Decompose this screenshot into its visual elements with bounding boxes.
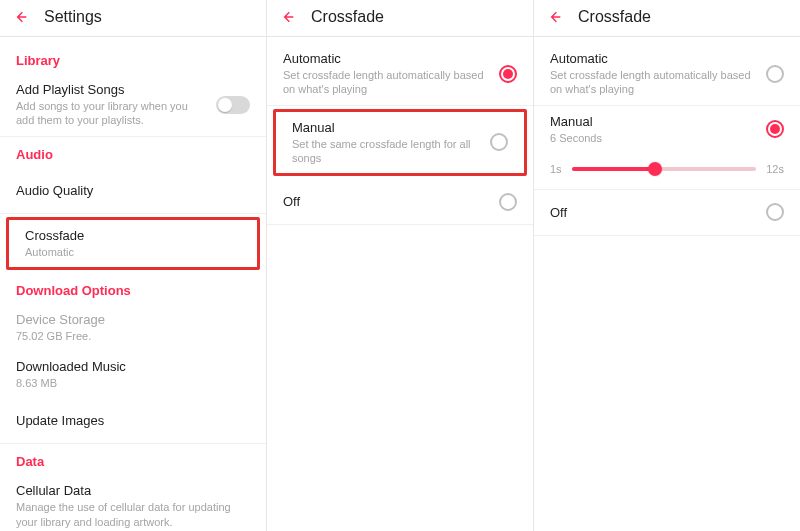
section-library: Library	[0, 43, 266, 74]
cellular-data-sub: Manage the use of cellular data for upda…	[16, 500, 242, 529]
downloaded-music-row[interactable]: Downloaded Music 8.63 MB	[0, 351, 266, 398]
add-playlist-title: Add Playlist Songs	[16, 82, 208, 97]
crossfade-automatic-row[interactable]: Automatic Set crossfade length automatic…	[267, 43, 533, 106]
update-images-row[interactable]: Update Images	[0, 398, 266, 444]
section-audio: Audio	[0, 137, 266, 168]
settings-panel: Settings Library Add Playlist Songs Add …	[0, 0, 267, 531]
downloaded-music-title: Downloaded Music	[16, 359, 242, 374]
device-storage-row[interactable]: Device Storage 75.02 GB Free.	[0, 304, 266, 351]
device-storage-sub: 75.02 GB Free.	[16, 329, 242, 343]
off-radio[interactable]	[766, 203, 784, 221]
automatic-sub: Set crossfade length automatically based…	[283, 68, 491, 97]
manual-title: Manual	[292, 120, 482, 135]
highlight-crossfade: Crossfade Automatic	[6, 217, 260, 270]
update-images-title: Update Images	[16, 413, 242, 428]
settings-header: Settings	[0, 0, 266, 37]
add-playlist-sub: Add songs to your library when you add t…	[16, 99, 208, 128]
audio-quality-row[interactable]: Audio Quality	[0, 168, 266, 214]
automatic-radio[interactable]	[499, 65, 517, 83]
manual-radio[interactable]	[490, 133, 508, 151]
crossfade-manual-row[interactable]: Manual Set the same crossfade length for…	[276, 112, 524, 174]
slider-fill	[572, 167, 655, 171]
section-data: Data	[0, 444, 266, 475]
slider-thumb[interactable]	[648, 162, 662, 176]
page-title: Crossfade	[311, 8, 384, 26]
crossfade-manual-row[interactable]: Manual 6 Seconds	[534, 106, 800, 153]
highlight-manual: Manual Set the same crossfade length for…	[273, 109, 527, 177]
off-title: Off	[283, 194, 491, 209]
back-arrow-icon[interactable]	[546, 8, 564, 26]
audio-quality-title: Audio Quality	[16, 183, 242, 198]
crossfade-slider-row: 1s 12s	[534, 153, 800, 190]
manual-radio[interactable]	[766, 120, 784, 138]
crossfade-header: Crossfade	[534, 0, 800, 37]
manual-sub: 6 Seconds	[550, 131, 758, 145]
crossfade-off-row[interactable]: Off	[534, 190, 800, 236]
crossfade-slider[interactable]	[572, 167, 757, 171]
automatic-title: Automatic	[550, 51, 758, 66]
crossfade-automatic-row[interactable]: Automatic Set crossfade length automatic…	[534, 43, 800, 106]
crossfade-title: Crossfade	[25, 228, 233, 243]
cellular-data-row[interactable]: Cellular Data Manage the use of cellular…	[0, 475, 266, 531]
automatic-sub: Set crossfade length automatically based…	[550, 68, 758, 97]
crossfade-panel-manual: Crossfade Automatic Set crossfade length…	[534, 0, 800, 531]
downloaded-music-sub: 8.63 MB	[16, 376, 242, 390]
crossfade-row[interactable]: Crossfade Automatic	[9, 220, 257, 267]
back-arrow-icon[interactable]	[279, 8, 297, 26]
manual-title: Manual	[550, 114, 758, 129]
add-playlist-songs-row[interactable]: Add Playlist Songs Add songs to your lib…	[0, 74, 266, 137]
section-download: Download Options	[0, 273, 266, 304]
page-title: Settings	[44, 8, 102, 26]
manual-sub: Set the same crossfade length for all so…	[292, 137, 482, 166]
cellular-data-title: Cellular Data	[16, 483, 242, 498]
back-arrow-icon[interactable]	[12, 8, 30, 26]
crossfade-header: Crossfade	[267, 0, 533, 37]
slider-max-label: 12s	[766, 163, 784, 175]
crossfade-sub: Automatic	[25, 245, 233, 259]
slider-min-label: 1s	[550, 163, 562, 175]
off-title: Off	[550, 205, 758, 220]
automatic-title: Automatic	[283, 51, 491, 66]
automatic-radio[interactable]	[766, 65, 784, 83]
crossfade-panel-auto: Crossfade Automatic Set crossfade length…	[267, 0, 534, 531]
off-radio[interactable]	[499, 193, 517, 211]
device-storage-title: Device Storage	[16, 312, 242, 327]
crossfade-off-row[interactable]: Off	[267, 179, 533, 225]
add-playlist-toggle[interactable]	[216, 96, 250, 114]
page-title: Crossfade	[578, 8, 651, 26]
